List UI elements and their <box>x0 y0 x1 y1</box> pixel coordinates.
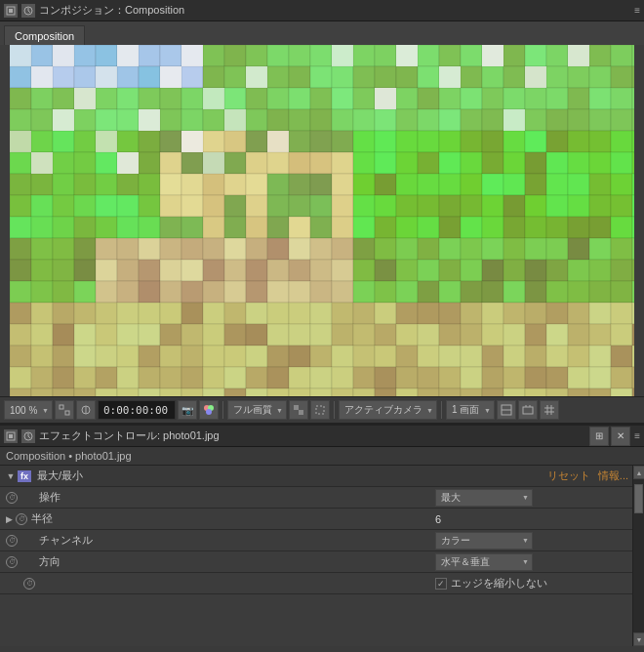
scrollbar-up[interactable]: ▲ <box>633 466 644 479</box>
svg-point-9 <box>206 409 212 415</box>
direction-label: 方向 <box>23 554 435 569</box>
direction-clock[interactable]: ⏱ <box>6 556 18 568</box>
effect-properties: ▼ fx 最大/最小 リセット 情報... ⏱ 操作 最大 <box>0 466 632 646</box>
radius-row: ▶ ⏱ 半径 6 <box>0 509 632 530</box>
svg-rect-11 <box>299 410 303 415</box>
radius-value: 6 <box>435 513 464 525</box>
effect-panel: エフェクトコントロール: photo01.jpg ⊞ ✕ ≡ Compositi… <box>0 425 644 646</box>
effect-expand-btn[interactable]: ⊞ <box>589 427 609 446</box>
channel-dropdown-value: カラー <box>441 534 470 548</box>
direction-value-container: 水平＆垂直 <box>435 553 630 571</box>
direction-row: ⏱ 方向 水平＆垂直 <box>0 551 632 573</box>
svg-rect-17 <box>523 407 533 414</box>
svg-rect-25 <box>9 434 13 438</box>
channel-label: チャンネル <box>23 533 435 548</box>
radius-label: 半径 <box>29 511 435 526</box>
expand-radius[interactable]: ▶ <box>2 512 16 526</box>
effect-panel-title: エフェクトコントロール: photo01.jpg <box>39 428 589 443</box>
expand-maxmin[interactable]: ▼ <box>4 469 18 483</box>
timecode-display[interactable]: 0:00:00:00 <box>98 400 176 420</box>
svg-rect-14 <box>316 406 324 414</box>
svg-rect-12 <box>299 405 303 410</box>
region-btn[interactable] <box>310 400 330 420</box>
comp-menu-btn[interactable]: ≡ <box>634 5 640 16</box>
shrink-clock[interactable]: ⏱ <box>23 578 35 590</box>
operation-dropdown-value: 最大 <box>441 491 461 505</box>
view-value: 1 画面 <box>452 403 479 417</box>
zoom-dropdown[interactable]: 100 % <box>4 400 53 420</box>
composition-panel: コンポジション：Composition ≡ Composition 100 % … <box>0 0 644 425</box>
composition-tab[interactable]: Composition <box>4 25 85 45</box>
effect-menu-btn[interactable]: ≡ <box>634 430 640 441</box>
channel-clock[interactable]: ⏱ <box>6 535 18 547</box>
shrink-text: エッジを縮小しない <box>451 576 547 591</box>
svg-rect-13 <box>294 410 299 415</box>
operation-label: 操作 <box>23 490 435 505</box>
effect-icon <box>4 429 18 443</box>
scrollbar-down[interactable]: ▼ <box>633 632 644 646</box>
grid-btn[interactable] <box>540 400 559 420</box>
operation-row: ⏱ 操作 最大 <box>0 487 632 509</box>
output-btn[interactable] <box>518 400 538 420</box>
effect-panel-header: エフェクトコントロール: photo01.jpg ⊞ ✕ ≡ <box>0 426 644 447</box>
snap-btn[interactable] <box>76 400 96 420</box>
radius-clock[interactable]: ⏱ <box>16 513 27 525</box>
comp-tab-bar: Composition <box>0 21 644 45</box>
effect-content: ▼ fx 最大/最小 リセット 情報... ⏱ 操作 最大 <box>0 466 644 646</box>
operation-clock[interactable]: ⏱ <box>6 492 18 504</box>
effect-maxmin-header: ▼ fx 最大/最小 リセット 情報... <box>0 466 632 487</box>
action-links: リセット 情報... <box>547 469 628 483</box>
effect-scrollbar: ▲ ▼ <box>632 466 644 646</box>
fx-badge: fx <box>18 470 31 482</box>
reset-link[interactable]: リセット <box>547 469 590 483</box>
shrink-checkbox-container: ✓ エッジを縮小しない <box>435 576 630 591</box>
quality-dropdown[interactable]: フル画質 <box>227 400 287 420</box>
operation-dropdown[interactable]: 最大 <box>435 489 533 507</box>
comp-panel-header: コンポジション：Composition ≡ <box>0 0 644 21</box>
snapshot-btn[interactable]: 📷 <box>178 400 197 420</box>
sep1 <box>222 401 223 419</box>
fit-btn[interactable] <box>55 400 74 420</box>
svg-rect-10 <box>294 405 299 410</box>
scrollbar-thumb[interactable] <box>634 484 643 513</box>
info-link[interactable]: 情報... <box>598 469 628 483</box>
quality-value: フル画質 <box>233 403 272 417</box>
zoom-value: 100 % <box>10 405 37 416</box>
effect-breadcrumb: Composition • photo01.jpg <box>0 447 644 466</box>
comp-icon2 <box>21 4 35 18</box>
radius-value-container: 6 <box>435 513 630 525</box>
timecode-value: 0:00:00:00 <box>103 404 168 417</box>
direction-dropdown[interactable]: 水平＆垂直 <box>435 553 533 571</box>
comp-panel-title: コンポジション：Composition <box>39 3 634 18</box>
effect-icon2 <box>21 429 35 443</box>
svg-rect-1 <box>9 9 13 13</box>
shrink-checkbox[interactable]: ✓ <box>435 578 447 590</box>
sep3 <box>441 401 442 419</box>
camera-value: アクティブカメラ <box>344 403 423 417</box>
comp-toolbar: 100 % 0:00:00:00 📷 フル画質 <box>0 396 644 424</box>
channel-row: ⏱ チャンネル カラー <box>0 530 632 551</box>
direction-dropdown-value: 水平＆垂直 <box>441 555 490 569</box>
svg-rect-3 <box>60 405 63 409</box>
view-dropdown[interactable]: 1 画面 <box>446 400 495 420</box>
effect-name: 最大/最小 <box>35 469 547 483</box>
breadcrumb-text: Composition • photo01.jpg <box>6 450 132 462</box>
viewport-canvas <box>10 45 634 396</box>
shrink-row: ⏱ ✓ エッジを縮小しない <box>0 573 632 594</box>
channel-value-container: カラー <box>435 532 630 550</box>
operation-value-container: 最大 <box>435 489 630 507</box>
shrink-checkbox-label[interactable]: ✓ エッジを縮小しない <box>435 576 547 591</box>
render-btn[interactable] <box>497 400 516 420</box>
comp-icon <box>4 4 18 18</box>
scrollbar-track <box>633 479 644 632</box>
color-btn[interactable] <box>199 400 219 420</box>
effect-close-btn[interactable]: ✕ <box>611 427 630 446</box>
camera-dropdown[interactable]: アクティブカメラ <box>339 400 437 420</box>
transparency-btn[interactable] <box>289 400 308 420</box>
viewport <box>10 45 634 396</box>
svg-rect-4 <box>65 411 69 415</box>
channel-dropdown[interactable]: カラー <box>435 532 533 550</box>
sep2 <box>334 401 335 419</box>
